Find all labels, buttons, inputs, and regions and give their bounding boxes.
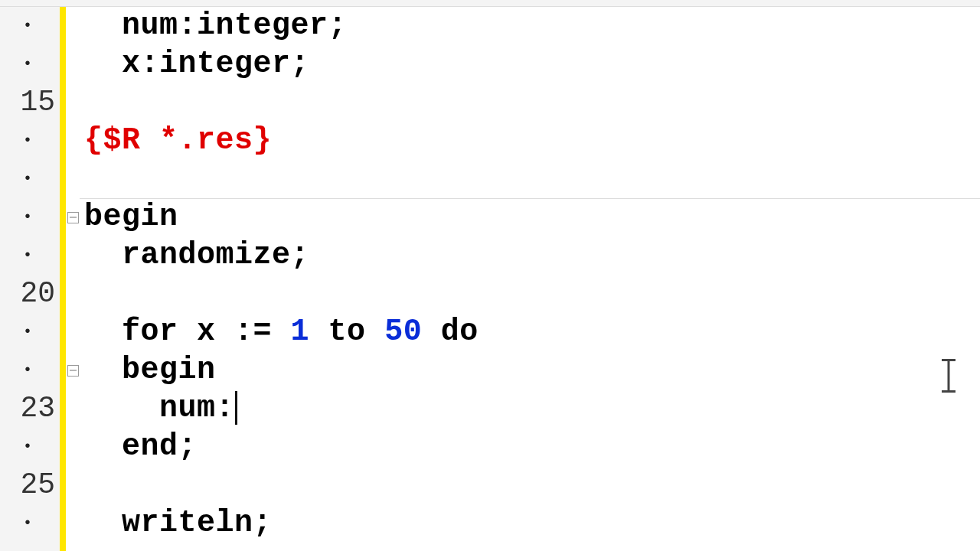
fold-row bbox=[66, 428, 80, 466]
token: for bbox=[122, 313, 178, 351]
fold-row bbox=[66, 160, 80, 198]
gutter-dot: • bbox=[0, 313, 60, 351]
line-number: 23 bbox=[0, 390, 60, 428]
code-line[interactable]: begin bbox=[80, 198, 980, 236]
gutter-dot: • bbox=[0, 198, 60, 236]
fold-row bbox=[66, 122, 80, 160]
code-line[interactable] bbox=[80, 275, 980, 313]
token: integer bbox=[159, 45, 291, 83]
code-line[interactable]: randomize; bbox=[80, 236, 980, 275]
indent bbox=[84, 45, 122, 83]
token: 50 bbox=[384, 313, 422, 351]
line-number: 25 bbox=[0, 466, 60, 504]
fold-toggle-icon[interactable] bbox=[67, 365, 79, 377]
code-line[interactable]: writeln; bbox=[80, 504, 980, 543]
token: ; bbox=[178, 428, 198, 466]
code-line[interactable]: for x := 1 to 50 do bbox=[80, 313, 980, 351]
token bbox=[366, 313, 385, 351]
indent bbox=[84, 351, 122, 390]
fold-row bbox=[66, 504, 80, 543]
token: do bbox=[441, 313, 479, 351]
token: ; bbox=[291, 236, 310, 275]
fold-row bbox=[66, 390, 80, 428]
code-area[interactable]: num:integer; x:integer;{$R *.res}begin r… bbox=[80, 7, 980, 551]
code-line[interactable]: num:integer; bbox=[80, 7, 980, 45]
fold-gutter bbox=[66, 7, 80, 551]
fold-row bbox=[66, 466, 80, 504]
code-line[interactable] bbox=[80, 160, 980, 198]
modification-strip bbox=[60, 7, 66, 551]
code-line[interactable] bbox=[80, 466, 980, 504]
fold-row bbox=[66, 236, 80, 275]
token: num bbox=[122, 7, 178, 45]
fold-row bbox=[66, 275, 80, 313]
fold-row bbox=[66, 45, 80, 83]
token bbox=[309, 313, 328, 351]
line-number: 20 bbox=[0, 275, 60, 313]
token: x bbox=[122, 45, 141, 83]
token: num bbox=[159, 390, 216, 428]
line-gutter: ••15••••20••23•25• bbox=[0, 7, 60, 551]
indent bbox=[84, 390, 159, 428]
fold-row bbox=[66, 7, 80, 45]
indent bbox=[84, 236, 122, 275]
code-line[interactable]: end; bbox=[80, 428, 980, 466]
token: ; bbox=[291, 45, 310, 83]
token: {$R *.res} bbox=[84, 122, 272, 160]
gutter-dot: • bbox=[0, 236, 60, 275]
indent bbox=[84, 313, 122, 351]
code-line[interactable]: x:integer; bbox=[80, 45, 980, 83]
token bbox=[422, 313, 441, 351]
code-line[interactable] bbox=[80, 83, 980, 122]
token: 1 bbox=[291, 313, 310, 351]
code-line[interactable]: num: bbox=[80, 390, 980, 428]
token: end bbox=[122, 428, 178, 466]
fold-row bbox=[66, 351, 80, 390]
token: writeln bbox=[122, 504, 253, 543]
line-number: 15 bbox=[0, 83, 60, 122]
token: randomize bbox=[122, 236, 291, 275]
token: begin bbox=[122, 351, 216, 390]
indent bbox=[84, 7, 122, 45]
toolbar-spacer bbox=[0, 0, 980, 7]
token: : bbox=[216, 390, 235, 428]
token: : bbox=[141, 45, 160, 83]
gutter-dot: • bbox=[0, 504, 60, 543]
token: integer bbox=[197, 7, 328, 45]
gutter-dot: • bbox=[0, 7, 60, 45]
gutter-dot: • bbox=[0, 122, 60, 160]
indent bbox=[84, 428, 122, 466]
token: ; bbox=[328, 7, 348, 45]
gutter-dot: • bbox=[0, 45, 60, 83]
code-line[interactable]: {$R *.res} bbox=[80, 122, 980, 160]
gutter-dot: • bbox=[0, 351, 60, 390]
token: : bbox=[178, 7, 198, 45]
token bbox=[272, 313, 291, 351]
token: ; bbox=[253, 504, 273, 543]
code-line[interactable]: begin bbox=[80, 351, 980, 390]
code-editor[interactable]: ••15••••20••23•25• num:integer; x:intege… bbox=[0, 7, 980, 551]
token: := bbox=[234, 313, 272, 351]
text-caret bbox=[235, 391, 237, 425]
gutter-dot: • bbox=[0, 428, 60, 466]
fold-row bbox=[66, 83, 80, 122]
token: x bbox=[178, 313, 235, 351]
fold-toggle-icon[interactable] bbox=[67, 212, 79, 223]
token: to bbox=[328, 313, 366, 351]
fold-row bbox=[66, 313, 80, 351]
token: begin bbox=[84, 198, 178, 236]
fold-row bbox=[66, 198, 80, 236]
indent bbox=[84, 504, 122, 543]
gutter-dot: • bbox=[0, 160, 60, 198]
